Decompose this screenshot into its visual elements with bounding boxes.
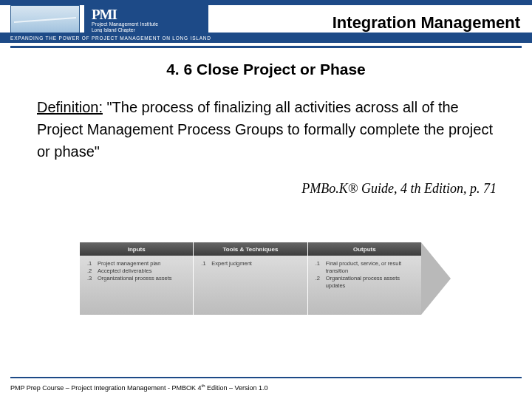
- logo-text-block: PMI Project Management Institute Long Is…: [84, 5, 208, 35]
- logo-org: Project Management Institute: [92, 21, 202, 27]
- list-item: .1Project management plan: [87, 260, 187, 267]
- logo-image: [10, 5, 80, 35]
- list-item: .1Expert judgment: [201, 260, 301, 267]
- footer-text: PMP Prep Course – Project Integration Ma…: [10, 383, 268, 392]
- tools-header: Tools & Techniques: [194, 242, 307, 256]
- list-item: .2Accepted deliverables: [87, 267, 187, 275]
- definition-block: Definition: "The process of finalizing a…: [37, 96, 497, 163]
- section-heading: 4. 6 Close Project or Phase: [0, 61, 532, 78]
- definition-text: "The process of finalizing all activitie…: [37, 99, 493, 160]
- footer-rule: [10, 377, 522, 378]
- arrow-body: Inputs .1Project management plan .2Accep…: [80, 242, 421, 315]
- banner-tagline-bar: EXPANDING THE POWER OF PROJECT MANAGEMEN…: [0, 33, 532, 43]
- outputs-column: Outputs .1Final product, service, or res…: [308, 242, 421, 315]
- page-title: Integration Management: [332, 13, 520, 33]
- footer-post: Edition – Version 1.0: [205, 384, 267, 392]
- process-arrow-diagram: Inputs .1Project management plan .2Accep…: [80, 242, 451, 315]
- list-item: .3Organizational process assets: [87, 275, 187, 282]
- inputs-header: Inputs: [80, 242, 193, 256]
- list-item: .2Organizational process assets updates: [316, 275, 415, 290]
- outputs-header: Outputs: [308, 242, 421, 256]
- citation: PMBo.K® Guide, 4 th Edition, p. 71: [37, 181, 497, 197]
- tools-body: .1Expert judgment: [194, 256, 307, 315]
- tools-column: Tools & Techniques .1Expert judgment: [194, 242, 307, 315]
- inputs-column: Inputs .1Project management plan .2Accep…: [80, 242, 194, 315]
- inputs-body: .1Project management plan .2Accepted del…: [80, 256, 193, 315]
- slide: PMI Project Management Institute Long Is…: [0, 0, 532, 399]
- outputs-body: .1Final product, service, or result tran…: [308, 256, 421, 315]
- footer-pre: PMP Prep Course – Project Integration Ma…: [10, 384, 201, 392]
- header-banner: PMI Project Management Institute Long Is…: [0, 0, 532, 43]
- banner-tagline: EXPANDING THE POWER OF PROJECT MANAGEMEN…: [10, 35, 211, 41]
- definition-label: Definition:: [37, 99, 103, 115]
- banner-underline: [10, 46, 522, 48]
- list-item: .1Final product, service, or result tran…: [316, 260, 415, 275]
- arrow-head-icon: [421, 242, 451, 315]
- logo-pmi: PMI: [92, 8, 202, 21]
- banner-top-stripe: [0, 0, 532, 5]
